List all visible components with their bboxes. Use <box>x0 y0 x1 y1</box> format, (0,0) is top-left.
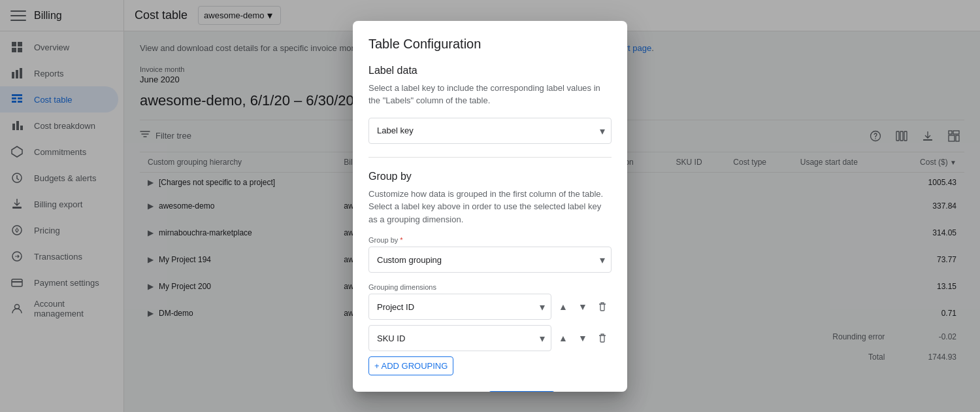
label-data-desc: Select a label key to include the corres… <box>368 82 612 107</box>
modal-overlay: Table Configuration Label data Select a … <box>0 0 980 412</box>
delete-button-2[interactable] <box>593 329 612 347</box>
grouping-dimensions-label: Grouping dimensions <box>368 283 612 291</box>
move-up-button-2[interactable]: ▲ <box>554 329 572 347</box>
grouping-row-2: SKU ID ▾ ▲ ▼ <box>368 325 612 351</box>
move-down-button-1[interactable]: ▼ <box>574 298 592 316</box>
modal-divider <box>368 157 612 158</box>
delete-button-1[interactable] <box>593 298 612 316</box>
label-key-select[interactable]: Label key <box>368 118 612 144</box>
group-by-label: Group by * <box>368 236 612 244</box>
label-data-section-title: Label data <box>368 65 612 77</box>
submit-button[interactable]: SUBMIT <box>489 391 555 392</box>
modal-footer: SUBMIT CLOSE <box>368 391 612 392</box>
group-by-select-wrap: Custom grouping ▾ <box>368 247 612 273</box>
add-grouping-button[interactable]: + ADD GROUPING <box>368 356 453 375</box>
label-key-select-wrap: Label key ▾ <box>368 118 612 144</box>
grouping-dim-1-select[interactable]: Project ID <box>368 294 551 320</box>
required-star: * <box>400 236 402 244</box>
close-button[interactable]: CLOSE <box>560 391 612 392</box>
grouping-actions-2: ▲ ▼ <box>554 329 612 347</box>
grouping-actions-1: ▲ ▼ <box>554 298 612 316</box>
group-by-section-title: Group by <box>368 171 612 182</box>
move-up-button-1[interactable]: ▲ <box>554 298 572 316</box>
group-by-desc: Customize how data is grouped in the fir… <box>368 188 612 226</box>
grouping-dim-2-select[interactable]: SKU ID <box>368 325 551 351</box>
grouping-select-wrap-1: Project ID ▾ <box>368 294 551 320</box>
table-config-modal: Table Configuration Label data Select a … <box>353 21 627 392</box>
grouping-select-wrap-2: SKU ID ▾ <box>368 325 551 351</box>
move-down-button-2[interactable]: ▼ <box>574 329 592 347</box>
grouping-row-1: Project ID ▾ ▲ ▼ <box>368 294 612 320</box>
group-by-select[interactable]: Custom grouping <box>368 247 612 273</box>
modal-title: Table Configuration <box>368 37 612 52</box>
